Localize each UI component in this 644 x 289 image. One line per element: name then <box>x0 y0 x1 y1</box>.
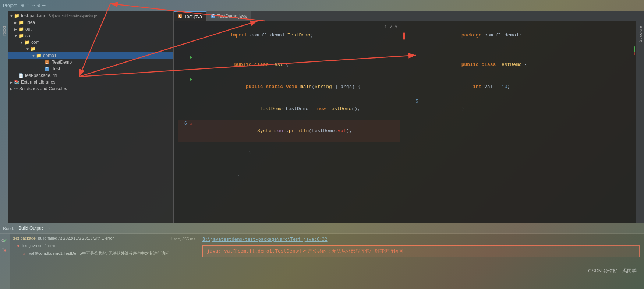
tree-label-scratches: Scratches and Consoles <box>19 86 67 91</box>
right-line-1: package com.fl.demo1; <box>410 24 632 46</box>
type-string: String <box>315 84 332 89</box>
tab-icon-test: C <box>178 14 182 18</box>
code-panel-test[interactable]: 1 ∧ ∨ import com.fl.demo1.TestDemo; <box>174 21 405 223</box>
tree-label-test-package: test-package <box>21 13 46 18</box>
tree-label-test: Test <box>52 66 60 71</box>
indent-5 <box>237 106 259 112</box>
tree-item-scratches[interactable]: ▶ ✏ Scratches and Consoles <box>8 85 173 92</box>
code-line-3: ▶ public class Test { <box>178 54 400 76</box>
right-line-3: public class TestDemo { <box>410 54 632 76</box>
content-area: Project ▼ 📁 test-package B:\javatestdemo… <box>0 11 644 223</box>
tree-item-out[interactable]: ▶ 📁 out <box>8 26 173 32</box>
right-content-5: } <box>421 98 632 120</box>
bottom-list-icon[interactable]: ≡ <box>1 246 4 252</box>
code-content-5: TestDemo testDemo = new TestDemo(); <box>197 98 400 120</box>
tab-test-java[interactable]: C Test.java <box>174 11 207 21</box>
tree-label-com: com <box>31 40 40 45</box>
right-line-5: 5 } <box>410 98 632 120</box>
error-stripe <box>403 32 405 40</box>
plain-6: ( <box>312 84 315 89</box>
tree-label-demo1: demo1 <box>43 53 57 58</box>
keyword-int: int <box>473 84 481 89</box>
code-line-4: ▶ public static void main(String[] args)… <box>178 76 400 98</box>
type-testdemo-r: TestDemo <box>499 62 521 67</box>
code-content-2 <box>190 46 400 54</box>
fn-main: main <box>300 84 312 89</box>
num-10: 10 <box>502 84 507 89</box>
editor-tabs: C Test.java C TestDemo.java <box>174 11 644 21</box>
plain-15: } <box>237 172 240 178</box>
plain-4: { <box>283 62 289 67</box>
indent-4 <box>234 84 245 89</box>
code-content-3: public class Test { <box>194 54 400 76</box>
editor-pane: 1 ∧ ∨ import com.fl.demo1.TestDemo; <box>174 21 644 223</box>
csdn-watermark: CSDN @你好，冯同学 <box>588 268 637 274</box>
err-val: val <box>337 128 346 134</box>
type-testdemo: TestDemo <box>287 32 310 38</box>
plain-3 <box>269 62 272 67</box>
tree-label-out: out <box>25 27 32 32</box>
scratches-icon: ✏ <box>14 86 18 91</box>
tree-arrow-test-package: ▼ <box>10 14 14 18</box>
type-test: Test <box>272 62 283 67</box>
tree-item-iml[interactable]: ▶ 📄 test-package.iml <box>8 72 173 79</box>
tree-item-testdemo[interactable]: ▶ C TestDemo <box>8 59 173 66</box>
tree-item-demo1[interactable]: ▼ 📁 demo1 <box>8 52 173 59</box>
tree-path-test-package: B:\javatestdemo\test-package <box>49 14 97 18</box>
code-content-1: import com.fl.demo1.TestDemo; <box>190 24 400 46</box>
structure-label[interactable]: Structure <box>638 26 643 42</box>
code-line-2 <box>178 46 400 54</box>
right-plain-3 <box>496 62 499 67</box>
tree-item-test-package[interactable]: ▼ 📁 test-package B:\javatestdemo\test-pa… <box>8 13 173 19</box>
right-plain-7: } <box>461 106 464 112</box>
plain-13: (testDemo. <box>309 128 337 134</box>
tree-arrow-src: ▼ <box>14 34 18 38</box>
tree-arrow-demo1: ▼ <box>32 54 36 58</box>
tree-label-src: src <box>25 33 31 38</box>
right-content-1: package com.fl.demo1; <box>421 24 632 46</box>
keyword-new: new <box>317 106 326 112</box>
error-highlight-bar <box>634 52 635 55</box>
right-plain-4: { <box>522 62 528 67</box>
right-content-4: int val = 10; <box>421 76 632 98</box>
code-content-6: System.out.println(testDemo.val); <box>194 120 400 142</box>
plain-5 <box>297 84 300 89</box>
tab-testdemo-java[interactable]: C TestDemo.java <box>207 11 252 21</box>
code-content-7: } <box>197 142 400 164</box>
tab-icon-testdemo: C <box>211 14 215 18</box>
tree-item-idea[interactable]: ▶ 📁 .idea <box>8 19 173 26</box>
code-content-8: } <box>197 164 400 186</box>
type-system: System <box>257 128 275 134</box>
folder-icon-src: 📁 <box>18 33 24 38</box>
keyword-package: package <box>461 32 482 38</box>
plain-9 <box>326 106 329 112</box>
keyword-public-4: public static void <box>246 84 297 89</box>
right-line-2 <box>410 46 632 54</box>
plain-11: . <box>275 128 277 134</box>
tree-arrow-com: ▼ <box>20 40 24 45</box>
right-indent-4 <box>461 84 473 89</box>
project-vertical-label[interactable]: Project <box>2 26 6 38</box>
code-line-6: 6 ⚠ System.out.println(testDemo.val); <box>178 120 400 142</box>
keyword-import: import <box>230 32 247 38</box>
tree-item-test[interactable]: ▶ C Test <box>8 66 173 72</box>
code-panel-testdemo[interactable]: package com.fl.demo1; public class TestD… <box>405 21 636 223</box>
folder-icon-test-package: 📁 <box>14 13 20 18</box>
right-line-4: int val = 10; <box>410 76 632 98</box>
indent-6 <box>234 128 257 134</box>
tree-label-testdemo: TestDemo <box>52 60 72 65</box>
folder-icon-demo1: 📁 <box>36 53 42 58</box>
keyword-public-r3: public class <box>461 62 496 67</box>
right-gutter-5: 5 <box>410 98 418 105</box>
plain-10: (); <box>351 106 360 112</box>
bottom-gear-icon[interactable]: ⚙ <box>1 237 4 243</box>
type-testdemo-3: TestDemo <box>329 106 351 112</box>
code-line-7: } <box>178 142 400 164</box>
tree-item-external-libraries[interactable]: ▶ 📚 External Libraries <box>8 79 173 85</box>
tree-item-fl[interactable]: ▼ 📁 fl <box>8 46 173 52</box>
tree-item-com[interactable]: ▼ 📁 com <box>8 39 173 46</box>
tree-item-src[interactable]: ▼ 📁 src <box>8 32 173 39</box>
tree-arrow-ext: ▶ <box>10 80 14 84</box>
plain-12: . <box>286 128 289 134</box>
java-icon-testdemo: C <box>45 60 49 64</box>
